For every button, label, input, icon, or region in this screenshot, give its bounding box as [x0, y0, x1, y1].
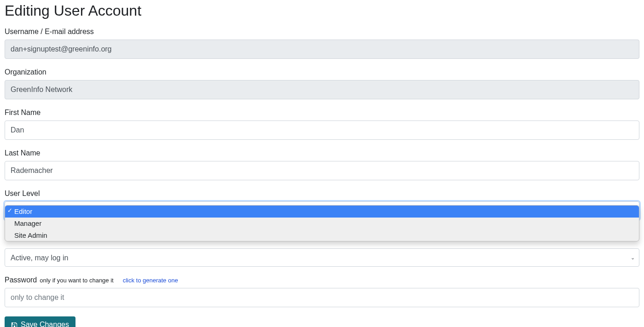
organization-input [5, 80, 639, 99]
save-button-label: Save Changes [21, 321, 69, 327]
user-level-select[interactable]: ⌄ Editor Manager Site Admin [5, 201, 639, 220]
dropdown-option-site-admin[interactable]: Site Admin [5, 229, 639, 241]
save-button[interactable]: Save Changes [5, 316, 75, 327]
dropdown-option-editor[interactable]: Editor [5, 206, 639, 218]
page-title: Editing User Account [5, 2, 639, 19]
password-label: Password [5, 276, 37, 284]
status-select[interactable]: Active, may log in [5, 248, 639, 267]
password-input[interactable] [5, 288, 639, 307]
username-input [5, 40, 639, 59]
first-name-input[interactable] [5, 120, 639, 140]
organization-label: Organization [5, 68, 639, 76]
first-name-label: First Name [5, 109, 639, 117]
user-level-dropdown: Editor Manager Site Admin [5, 205, 639, 241]
last-name-label: Last Name [5, 149, 639, 157]
dropdown-option-manager[interactable]: Manager [5, 218, 639, 229]
generate-password-link[interactable]: click to generate one [123, 277, 178, 284]
password-hint: only if you want to change it [40, 277, 113, 284]
last-name-input[interactable] [5, 161, 639, 180]
user-level-label: User Level [5, 189, 639, 198]
save-icon [11, 321, 18, 327]
username-label: Username / E-mail address [5, 28, 639, 36]
